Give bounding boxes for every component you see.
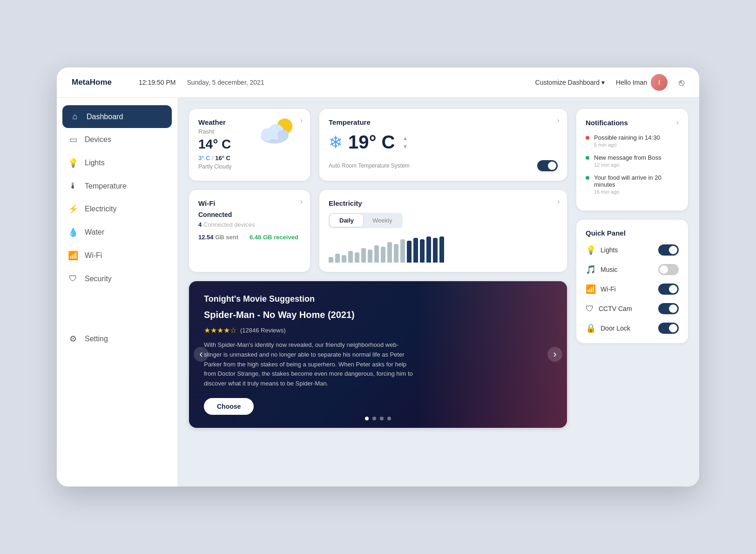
temperature-chevron-icon[interactable]: ›	[557, 116, 560, 125]
movie-dot-4[interactable]	[387, 417, 391, 420]
notif-text-3: Your food will arrive in 20 minutes	[594, 174, 679, 188]
notif-text-2: New message from Boss	[594, 154, 662, 161]
temperature-card-title: Temperature	[329, 118, 558, 126]
movie-title: Spider-Man - No Way Home (2021)	[204, 310, 552, 320]
content-area: › Weather Rasht 14° C 3° C / 16° C Partl…	[178, 98, 699, 486]
auto-temp-row: Auto Room Temperature System	[329, 160, 558, 171]
water-icon: 💧	[68, 227, 78, 237]
quick-item-wifi: 📶 Wi-Fi	[586, 284, 679, 295]
auto-temp-toggle[interactable]	[537, 160, 558, 171]
bar-16	[433, 238, 438, 263]
quick-panel-card: Quick Panel 💡 Lights 🎵 Music	[576, 220, 688, 343]
devices-icon: ▭	[68, 135, 78, 145]
bar-13	[413, 238, 418, 263]
electricity-tab-weekly[interactable]: Weekly	[363, 214, 401, 227]
quick-item-music: 🎵 Music	[586, 264, 679, 275]
electricity-tabs: Daily Weekly	[329, 213, 403, 228]
temp-up-arrow[interactable]: ▲	[403, 135, 408, 142]
sidebar-item-security[interactable]: 🛡 Security	[57, 267, 177, 290]
bar-12	[407, 241, 412, 263]
notif-time-2: 12 min ago	[594, 162, 662, 168]
movie-prev-button[interactable]: ‹	[194, 347, 209, 362]
movie-card: Tonight's Movie Suggestion Spider-Man - …	[189, 281, 567, 428]
weather-range: 3° C / 16° C	[198, 155, 301, 162]
home-icon: ⌂	[70, 112, 80, 122]
brand-name: MetaHome	[72, 78, 128, 87]
snowflake-icon: ❄	[329, 133, 343, 152]
top-cards-row: › Weather Rasht 14° C 3° C / 16° C Partl…	[189, 109, 567, 181]
header-date: Sunday, 5 december, 2021	[187, 79, 264, 86]
movie-rating: ★★★★☆ (12846 Reviews)	[204, 326, 552, 335]
bar-0	[329, 257, 333, 263]
sidebar-item-temperature[interactable]: 🌡 Temperature	[57, 175, 177, 197]
bar-1	[335, 254, 340, 263]
movie-choose-button[interactable]: Choose	[204, 398, 254, 415]
wifi-title: Wi-Fi	[198, 199, 301, 207]
security-icon: 🛡	[68, 274, 78, 284]
bar-11	[400, 239, 405, 263]
setting-icon: ⚙	[68, 334, 78, 344]
sidebar-item-lights[interactable]: 💡 Lights	[57, 151, 177, 175]
weather-chevron-icon[interactable]: ›	[300, 116, 303, 125]
temperature-display: ❄ 19° C ▲ ▼	[329, 132, 558, 153]
sidebar-item-wifi[interactable]: 📶 Wi-Fi	[57, 244, 177, 267]
temp-low: 3° C	[198, 155, 210, 162]
bar-14	[420, 239, 425, 263]
quick-music-icon: 🎵	[586, 264, 596, 275]
notif-dot-1	[586, 136, 589, 140]
quick-wifi-toggle[interactable]	[658, 284, 679, 295]
electricity-title: Electricity	[329, 199, 558, 207]
movie-description: With Spider-Man's identity now revealed,…	[204, 340, 413, 389]
movie-dot-1[interactable]	[365, 417, 369, 420]
weather-card: › Weather Rasht 14° C 3° C / 16° C Partl…	[189, 109, 310, 181]
quick-cctv-label: CCTV Cam	[599, 305, 632, 312]
lights-icon: 💡	[68, 158, 78, 168]
notif-time-1: 5 min ago	[594, 142, 660, 148]
notif-dot-2	[586, 156, 589, 160]
quick-doorlock-toggle[interactable]	[658, 323, 679, 334]
electricity-chevron-icon[interactable]: ›	[557, 197, 560, 206]
quick-lights-toggle[interactable]	[658, 244, 679, 256]
sidebar-item-water[interactable]: 💧 Water	[57, 221, 177, 244]
weather-cloud-icon	[255, 116, 297, 144]
quick-music-label: Music	[601, 266, 618, 273]
sidebar-item-devices[interactable]: ▭ Devices	[57, 128, 177, 151]
sidebar-item-electricity[interactable]: ⚡ Electricity	[57, 197, 177, 221]
movie-dots	[365, 417, 391, 420]
wifi-status: Connected	[198, 211, 301, 218]
bar-17	[439, 236, 444, 263]
movie-dot-3[interactable]	[380, 417, 384, 420]
customize-dashboard-button[interactable]: Customize Dashboard ▾	[535, 79, 605, 86]
wifi-chevron-icon[interactable]: ›	[300, 197, 303, 206]
wifi-icon: 📶	[68, 250, 78, 261]
temperature-arrows: ▲ ▼	[403, 135, 408, 150]
electricity-tab-daily[interactable]: Daily	[330, 214, 363, 227]
bar-7	[374, 245, 379, 263]
movie-next-button[interactable]: ›	[547, 347, 562, 362]
temp-high: 16° C	[215, 155, 230, 162]
quick-cctv-toggle[interactable]	[658, 303, 679, 314]
electricity-bar-chart	[329, 235, 558, 263]
notifications-chevron-icon[interactable]: ›	[676, 118, 679, 127]
electricity-icon: ⚡	[68, 204, 78, 214]
logout-icon[interactable]: ⎋	[679, 77, 684, 88]
quick-music-toggle[interactable]	[658, 264, 679, 275]
bar-4	[355, 252, 359, 263]
bar-8	[381, 247, 385, 263]
bar-3	[348, 251, 353, 263]
notifications-title: Notifications ›	[586, 118, 679, 127]
main-layout: ⌂ Dashboard ▭ Devices 💡 Lights 🌡 Tempera…	[57, 98, 699, 486]
quick-item-lights: 💡 Lights	[586, 244, 679, 256]
bar-9	[387, 242, 392, 263]
notification-item-1: Possible raining in 14:30 5 min ago	[586, 134, 679, 148]
notification-item-2: New message from Boss 12 min ago	[586, 154, 679, 168]
temp-down-arrow[interactable]: ▼	[403, 143, 408, 150]
user-greeting: Hello Iman I	[616, 74, 668, 91]
bar-6	[368, 250, 372, 263]
svg-point-4	[277, 130, 289, 141]
movie-stars: ★★★★☆	[204, 326, 236, 335]
sidebar-item-setting[interactable]: ⚙ Setting	[57, 327, 177, 351]
movie-dot-2[interactable]	[372, 417, 376, 420]
sidebar-item-dashboard[interactable]: ⌂ Dashboard	[62, 105, 172, 128]
temperature-card: › Temperature ❄ 19° C ▲ ▼ Auto Room Temp…	[319, 109, 567, 181]
